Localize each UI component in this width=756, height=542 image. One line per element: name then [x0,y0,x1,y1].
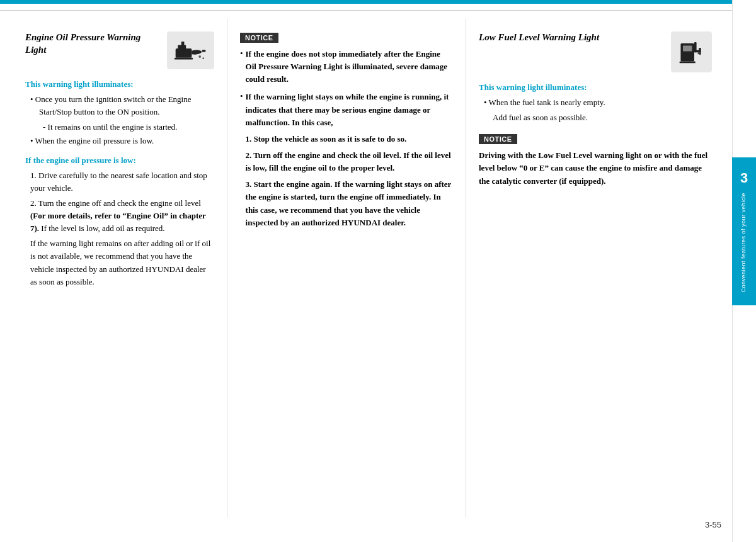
fuel-icon-container [671,31,712,72]
svg-rect-2 [181,42,185,46]
if-low-label: If the engine oil pressure is low: [25,155,214,166]
page-number: 3-55 [705,520,721,529]
middle-numbered-1: 1. Stop the vehicle as soon as it is saf… [246,133,453,145]
top-bar [0,0,756,4]
chapter-tab: 3 Convenient features of your vehicle [732,157,756,305]
right-sidebar: 3 Convenient features of your vehicle [732,0,756,542]
right-notice-section: NOTICE Driving with the Low Fuel Level w… [479,133,712,187]
fuel-level-section-header: Low Fuel Level Warning Light [479,31,712,72]
chapter-text: Convenient features of your vehicle [740,193,748,293]
middle-notice-section: NOTICE • If the engine does not stop imm… [240,31,453,229]
middle-numbered-3: 3. Start the engine again. If the warnin… [246,178,453,229]
svg-point-6 [202,57,204,59]
left-numbered-2-end: If the level is low, add oil as required… [39,223,165,233]
engine-oil-icon-container [167,31,214,69]
illuminates-label-left: This warning light illuminates: [25,79,214,89]
main-content: Engine Oil Pressure Warning Light This w… [25,19,724,517]
left-column: Engine Oil Pressure Warning Light This w… [25,19,227,517]
middle-notice-label: NOTICE [240,33,278,43]
fuel-pump-icon [677,37,706,65]
left-numbered-2-extra: If the warning light remains on after ad… [30,237,214,288]
svg-rect-8 [683,45,692,51]
left-numbered-2-start: 2. Turn the engine off and check the eng… [30,198,201,208]
engine-oil-title: Engine Oil Pressure Warning Light [25,31,161,56]
svg-point-5 [198,55,201,58]
left-numbered-1: 1. Drive carefully to the nearest safe l… [30,169,214,195]
chapter-number: 3 [740,170,748,186]
left-sub-bullet-1: - It remains on until the engine is star… [43,121,214,133]
middle-column: NOTICE • If the engine does not stop imm… [227,19,466,517]
fuel-level-title: Low Fuel Level Warning Light [479,31,665,44]
svg-rect-3 [202,50,206,52]
add-fuel-text: Add fuel as soon as possible. [493,111,712,124]
top-line [0,10,756,11]
middle-bullet-2: If the warning light stays on while the … [246,92,449,127]
right-bullet-1: When the fuel tank is nearly empty. [484,96,712,109]
engine-oil-section-header: Engine Oil Pressure Warning Light [25,31,214,69]
left-numbered-2: 2. Turn the engine off and check the eng… [30,197,214,235]
svg-rect-12 [697,52,701,54]
left-bullet-2: When the engine oil pressure is low. [30,135,214,147]
middle-bullet-1: If the engine does not stop immediately … [246,48,453,86]
right-notice-label: NOTICE [479,134,517,144]
engine-oil-icon [173,37,208,62]
right-column: Low Fuel Level Warning Light This warnin… [466,19,724,517]
svg-rect-4 [175,58,193,60]
svg-rect-13 [680,62,696,64]
svg-rect-0 [176,48,192,58]
left-bullet-1: Once you turn the ignition switch or the… [30,93,214,118]
right-notice-bold: Driving with the Low Fuel Level warning … [479,149,712,187]
illuminates-label-right: This warning light illuminates: [479,82,712,93]
middle-numbered-2: 2. Turn off the engine and check the oil… [246,149,453,174]
